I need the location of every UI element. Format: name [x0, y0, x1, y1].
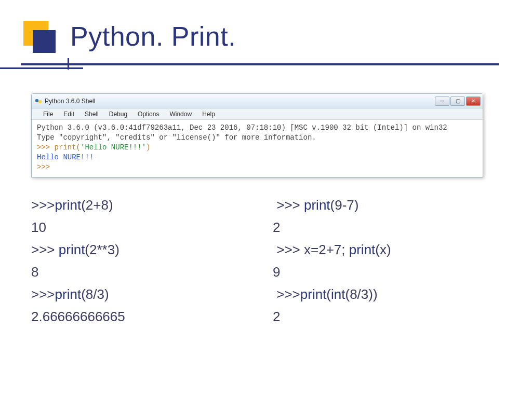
output-line: Hello NURE!!! [37, 153, 94, 161]
maximize-button[interactable]: ▢ [450, 97, 465, 106]
prompt-1: >>> [37, 143, 55, 152]
r5-fnb: int [331, 286, 345, 302]
r3-post: (x) [375, 242, 391, 257]
l1-fn: print [55, 197, 82, 213]
l-line1: >>>print(2+8) [31, 197, 252, 213]
slide: Python. Print. Python 3.6.0 Shell ─ ▢ ✕ … [0, 0, 532, 398]
prompt-2: >>> [37, 163, 50, 171]
svg-rect-0 [35, 99, 38, 102]
banner-line1: Python 3.6.0 (v3.6.0:41df79263a11, Dec 2… [37, 123, 447, 132]
r-line5: >>>print(int(8/3)) [273, 286, 494, 303]
right-column: >>> print(9-7) 2 >>> x=2+7; print(x) 9 >… [273, 197, 494, 331]
menu-file[interactable]: File [38, 109, 58, 119]
l-line2: 10 [31, 219, 252, 236]
python-shell-window: Python 3.6.0 Shell ─ ▢ ✕ File Edit Shell… [31, 93, 483, 177]
window-title: Python 3.6.0 Shell [45, 98, 95, 105]
r1-fn: print [304, 197, 330, 213]
r5-post: (8/3)) [345, 286, 378, 302]
logo-blue-square [33, 30, 56, 53]
left-column: >>>print(2+8) 10 >>> print(2**3) 8 >>>pr… [31, 197, 252, 331]
menu-shell[interactable]: Shell [79, 109, 104, 119]
close-button[interactable]: ✕ [466, 97, 481, 106]
header: Python. Print. [31, 21, 496, 88]
menubar: File Edit Shell Debug Options Window Hel… [32, 108, 483, 120]
rule-short [0, 67, 83, 69]
code-close: ) [146, 143, 150, 152]
slide-title: Python. Print. [70, 21, 236, 52]
r5-mid: ( [326, 286, 331, 302]
menu-debug[interactable]: Debug [104, 109, 132, 119]
r3-fn: print [349, 242, 376, 257]
r-line3: >>> x=2+7; print(x) [273, 242, 494, 258]
r5-pre: >>> [273, 286, 300, 302]
l5-fn: print [55, 286, 82, 302]
r-line6: 2 [273, 309, 494, 325]
python-icon [35, 98, 42, 105]
r5-fna: print [300, 286, 327, 302]
svg-rect-1 [38, 100, 42, 103]
r3-pre: >>> x=2+7; [273, 242, 349, 257]
menu-window[interactable]: Window [164, 109, 197, 119]
minimize-button[interactable]: ─ [435, 97, 449, 106]
code-print: print( [55, 143, 81, 152]
l5-pre: >>> [31, 286, 55, 302]
r1-pre: >>> [273, 197, 304, 213]
titlebar: Python 3.6.0 Shell ─ ▢ ✕ [32, 94, 483, 108]
l-line3: >>> print(2**3) [31, 242, 252, 258]
menu-help[interactable]: Help [197, 109, 220, 119]
l3-post: (2**3) [85, 242, 119, 257]
l1-post: (2+8) [81, 197, 113, 213]
l5-post: (8/3) [81, 286, 109, 302]
r-line1: >>> print(9-7) [273, 197, 494, 213]
r-line4: 9 [273, 264, 494, 280]
r1-post: (9-7) [330, 197, 359, 213]
shell-body[interactable]: Python 3.6.0 (v3.6.0:41df79263a11, Dec 2… [32, 120, 483, 177]
banner-line2: Type "copyright", "credits" or "license(… [37, 133, 316, 142]
l-line6: 2.66666666665 [31, 309, 252, 325]
examples: >>>print(2+8) 10 >>> print(2**3) 8 >>>pr… [31, 197, 494, 331]
code-string: 'Hello NURE!!!' [81, 143, 146, 152]
window-buttons: ─ ▢ ✕ [434, 97, 481, 106]
rule-long [21, 63, 499, 65]
menu-edit[interactable]: Edit [58, 109, 79, 119]
l-line5: >>>print(8/3) [31, 286, 252, 303]
l3-pre: >>> [31, 242, 59, 257]
r-line2: 2 [273, 219, 494, 236]
l1-pre: >>> [31, 197, 55, 213]
l3-fn: print [59, 242, 85, 257]
menu-options[interactable]: Options [132, 109, 164, 119]
titlebar-left: Python 3.6.0 Shell [35, 98, 95, 105]
l-line4: 8 [31, 264, 252, 280]
